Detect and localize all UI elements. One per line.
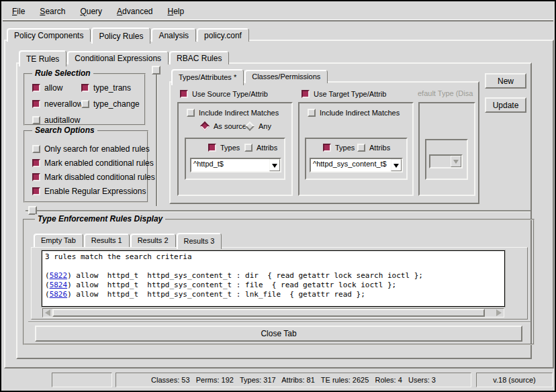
radio-as-source[interactable]: As source	[200, 122, 246, 130]
results-tab-2[interactable]: Results 2	[130, 234, 176, 247]
checkbox-only-enabled-rules[interactable]: Only search for enabled rules	[32, 144, 150, 154]
checkbox-label: Include Indirect Matches	[320, 109, 400, 117]
checkbox-source-attribs[interactable]: Attribs	[244, 144, 277, 152]
results-tab-3[interactable]: Results 3	[177, 233, 222, 249]
types-attributes-tab-bar: Types/Attributes * Classes/Permissions	[171, 68, 328, 83]
checkbox-source-include-indirect[interactable]: Include Indirect Matches	[187, 109, 279, 117]
checkbox-indicator	[323, 144, 331, 152]
checkbox-label: auditallow	[44, 115, 80, 125]
rule-id-link[interactable]: 5824	[50, 281, 68, 289]
menu-item-query[interactable]: Query	[75, 4, 107, 19]
source-type-combobox[interactable]: ^httpd_t$	[190, 158, 281, 173]
checkbox-label: Include Indirect Matches	[199, 109, 279, 117]
vertical-sash-handle[interactable]	[152, 66, 160, 75]
search-options-title: Search Options	[32, 126, 97, 135]
rule-id-link[interactable]: 5822	[50, 271, 68, 280]
checkbox-label: Only search for enabled rules	[44, 144, 150, 154]
checkbox-enable-regex[interactable]: Enable Regular Expressions	[32, 187, 146, 196]
status-panel-stats: Classes: 53 Perms: 192 Types: 317 Attrib…	[115, 373, 471, 387]
combobox-value[interactable]: ^httpd_sys_content_t$	[311, 159, 391, 171]
results-tab-1[interactable]: Results 1	[84, 234, 130, 247]
radio-label: Any	[259, 122, 271, 130]
checkbox-label: allow	[44, 83, 62, 93]
default-type-title: efault Type (Disa	[418, 89, 477, 97]
paren: (	[45, 281, 50, 289]
checkbox-indicator	[32, 145, 40, 153]
te-rules-display-title: Type Enforcement Rules Display	[35, 214, 165, 224]
tab-analysis[interactable]: Analysis	[151, 28, 196, 42]
rule-line: (5822) allow httpd_t httpd_sys_content_t…	[45, 271, 502, 281]
dropdown-arrow-icon[interactable]	[269, 159, 280, 171]
tab-te-rules[interactable]: TE Rules	[19, 50, 66, 66]
results-separator	[28, 322, 530, 323]
tab-policy-rules[interactable]: Policy Rules	[91, 28, 150, 44]
status-panel-version: v.18 (source)	[476, 373, 553, 387]
checkbox-label: type_change	[93, 99, 140, 109]
rule-line: (5824) allow httpd_t httpd_sys_content_t…	[45, 281, 502, 290]
results-summary: 3 rules match the search criteria	[45, 252, 502, 262]
new-button[interactable]: New	[485, 73, 526, 89]
status-version-text: v.18 (source)	[493, 376, 535, 384]
menu-item-file[interactable]: File	[7, 4, 30, 19]
results-text-area[interactable]: 3 rules match the search criteria (5822)…	[42, 250, 505, 307]
checkbox-target-attribs[interactable]: Attribs	[357, 144, 390, 152]
vertical-sash	[156, 66, 157, 206]
tab-policy-conf[interactable]: policy.conf	[197, 28, 249, 42]
horizontal-sash	[26, 210, 530, 211]
combobox-value	[430, 156, 451, 167]
tab-rbac-rules[interactable]: RBAC Rules	[169, 51, 229, 64]
checkbox-use-target-type[interactable]: Use Target Type/Attrib	[302, 90, 386, 98]
checkbox-label: neverallow	[44, 99, 83, 109]
checkbox-allow[interactable]: allow	[32, 83, 62, 93]
menu-bar: File Search Query Advanced Help	[3, 3, 553, 21]
target-type-combobox[interactable]: ^httpd_sys_content_t$	[310, 158, 403, 173]
scroll-right-icon[interactable]	[494, 309, 504, 317]
results-tab-empty[interactable]: Empty Tab	[34, 234, 83, 247]
close-tab-button[interactable]: Close Tab	[35, 326, 522, 342]
checkbox-indicator	[187, 109, 195, 117]
combobox-value[interactable]: ^httpd_t$	[191, 159, 269, 171]
checkbox-type-change[interactable]: type_change	[81, 99, 140, 109]
tab-types-attributes[interactable]: Types/Attributes *	[171, 69, 244, 85]
tab-policy-components[interactable]: Policy Components	[7, 28, 91, 42]
scroll-left-icon[interactable]	[43, 309, 52, 317]
checkbox-source-types[interactable]: Types	[208, 144, 240, 152]
checkbox-indicator	[302, 90, 310, 98]
checkbox-indicator	[81, 84, 89, 92]
scrollbar-thumb[interactable]	[52, 309, 485, 317]
menu-item-help[interactable]: Help	[162, 4, 189, 19]
rule-text: ) allow httpd_t httpd_sys_content_t : fi…	[67, 281, 396, 289]
checkbox-target-types[interactable]: Types	[323, 144, 355, 152]
checkbox-neverallow[interactable]: neverallow	[32, 99, 83, 109]
checkbox-indicator	[180, 90, 188, 98]
default-type-combobox	[429, 154, 463, 168]
radio-source-any[interactable]: Any	[245, 122, 271, 130]
paren: (	[45, 290, 50, 299]
horizontal-scrollbar[interactable]	[42, 308, 504, 317]
checkbox-target-include-indirect[interactable]: Include Indirect Matches	[308, 109, 400, 117]
update-button[interactable]: Update	[485, 97, 526, 113]
tab-classes-permissions[interactable]: Classes/Permissions	[244, 70, 328, 83]
checkbox-auditallow[interactable]: auditallow	[32, 115, 80, 125]
checkbox-indicator	[32, 84, 40, 92]
checkbox-indicator	[32, 173, 40, 181]
menu-item-search[interactable]: Search	[34, 4, 71, 19]
status-panel-empty	[52, 373, 112, 387]
checkbox-use-source-type[interactable]: Use Source Type/Attrib	[180, 90, 268, 98]
rule-id-link[interactable]: 5826	[50, 290, 68, 299]
checkbox-mark-enabled-conditional[interactable]: Mark enabled conditional rules	[32, 158, 154, 168]
tab-conditional-expressions[interactable]: Conditional Expressions	[67, 51, 169, 64]
checkbox-indicator	[32, 116, 40, 124]
dropdown-arrow-icon[interactable]	[391, 159, 402, 171]
menu-item-advanced[interactable]: Advanced	[111, 4, 158, 19]
checkbox-label: Types	[220, 144, 240, 152]
checkbox-indicator	[32, 159, 40, 167]
checkbox-label: Mark disabled conditional rules	[44, 173, 155, 182]
checkbox-indicator	[32, 100, 40, 108]
checkbox-label: Use Target Type/Attrib	[314, 90, 386, 98]
checkbox-type-trans[interactable]: type_trans	[81, 83, 131, 93]
dropdown-arrow-icon	[451, 156, 461, 167]
checkbox-mark-disabled-conditional[interactable]: Mark disabled conditional rules	[32, 173, 155, 182]
status-stats-text: Classes: 53 Perms: 192 Types: 317 Attrib…	[151, 376, 436, 384]
checkbox-indicator	[308, 109, 316, 117]
